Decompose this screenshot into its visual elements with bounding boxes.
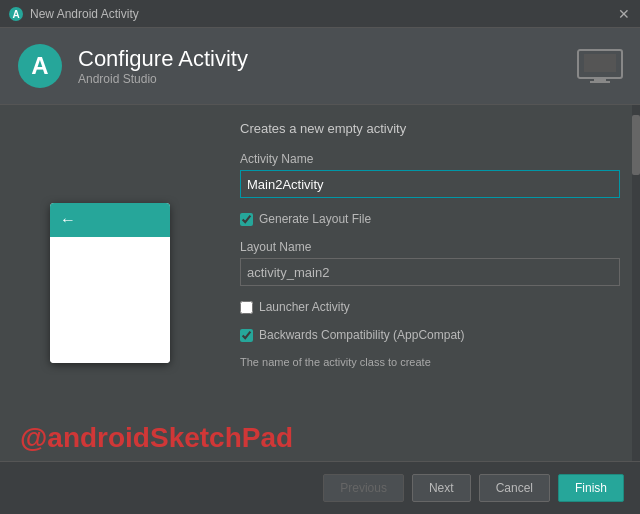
svg-rect-7 <box>590 81 610 83</box>
activity-name-input[interactable] <box>240 170 620 198</box>
monitor-preview-icon <box>576 48 624 84</box>
layout-name-label: Layout Name <box>240 240 620 254</box>
android-studio-logo: A <box>16 42 64 90</box>
svg-rect-6 <box>594 78 606 81</box>
preview-pane: ← <box>0 105 220 461</box>
section-title: Creates a new empty activity <box>240 121 620 136</box>
phone-top-bar: ← <box>50 203 170 237</box>
launcher-activity-checkbox[interactable] <box>240 301 253 314</box>
main-content: ← Creates a new empty activity Activity … <box>0 105 640 461</box>
phone-mockup: ← <box>50 203 170 363</box>
page-subtitle: Android Studio <box>78 72 248 86</box>
header: A Configure Activity Android Studio <box>0 28 640 105</box>
launcher-activity-label: Launcher Activity <box>259 300 350 314</box>
previous-button[interactable]: Previous <box>323 474 404 502</box>
layout-name-input[interactable] <box>240 258 620 286</box>
launcher-activity-row: Launcher Activity <box>240 300 620 314</box>
backwards-compat-row: Backwards Compatibility (AppCompat) <box>240 328 620 342</box>
form-pane: Creates a new empty activity Activity Na… <box>220 105 640 461</box>
backwards-compat-checkbox[interactable] <box>240 329 253 342</box>
page-title: Configure Activity <box>78 46 248 72</box>
header-text-block: Configure Activity Android Studio <box>78 46 248 86</box>
generate-layout-checkbox[interactable] <box>240 213 253 226</box>
title-bar: A New Android Activity ✕ <box>0 0 640 28</box>
title-bar-text: New Android Activity <box>30 7 139 21</box>
app-icon: A <box>8 6 24 22</box>
cancel-button[interactable]: Cancel <box>479 474 550 502</box>
next-button[interactable]: Next <box>412 474 471 502</box>
svg-text:A: A <box>31 52 48 79</box>
generate-layout-label: Generate Layout File <box>259 212 371 226</box>
activity-name-label: Activity Name <box>240 152 620 166</box>
footer: Previous Next Cancel Finish <box>0 461 640 513</box>
svg-text:A: A <box>12 9 19 20</box>
svg-rect-5 <box>584 54 616 72</box>
generate-layout-row: Generate Layout File <box>240 212 620 226</box>
backwards-compat-label: Backwards Compatibility (AppCompat) <box>259 328 464 342</box>
scrollbar-thumb[interactable] <box>632 115 640 175</box>
hint-text: The name of the activity class to create <box>240 356 620 368</box>
finish-button[interactable]: Finish <box>558 474 624 502</box>
activity-name-group: Activity Name <box>240 152 620 198</box>
scrollbar-track[interactable] <box>632 105 640 461</box>
back-arrow-icon: ← <box>60 211 76 229</box>
layout-name-group: Layout Name <box>240 240 620 286</box>
phone-content-area <box>50 237 170 363</box>
close-button[interactable]: ✕ <box>616 6 632 22</box>
